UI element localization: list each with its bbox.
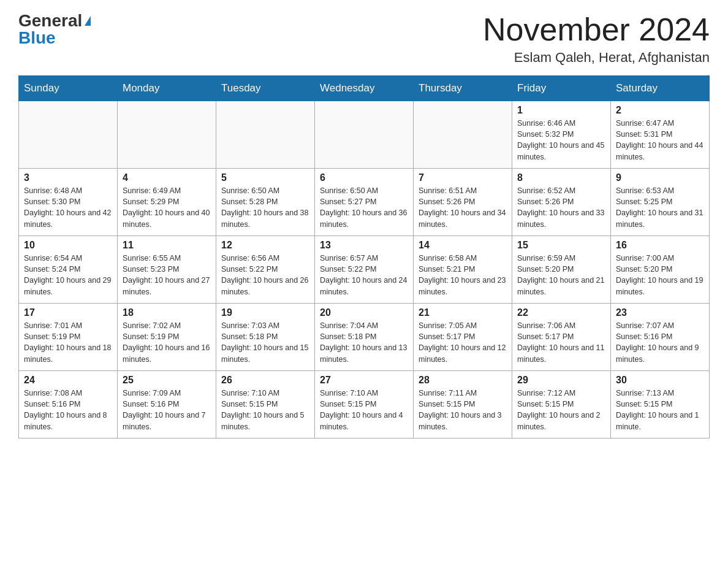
logo-triangle-icon	[85, 16, 91, 26]
day-info: Sunrise: 6:52 AMSunset: 5:26 PMDaylight:…	[517, 185, 605, 230]
day-info: Sunrise: 6:46 AMSunset: 5:32 PMDaylight:…	[517, 118, 605, 163]
day-info: Sunrise: 6:53 AMSunset: 5:25 PMDaylight:…	[616, 185, 704, 230]
week-row-4: 24Sunrise: 7:08 AMSunset: 5:16 PMDayligh…	[19, 371, 710, 439]
table-cell: 25Sunrise: 7:09 AMSunset: 5:16 PMDayligh…	[118, 371, 216, 439]
day-number: 20	[320, 307, 408, 318]
page-header: General Blue November 2024 Eslam Qaleh, …	[18, 12, 710, 66]
table-cell: 2Sunrise: 6:47 AMSunset: 5:31 PMDaylight…	[611, 101, 710, 169]
day-info: Sunrise: 7:10 AMSunset: 5:15 PMDaylight:…	[320, 388, 408, 432]
day-info: Sunrise: 7:09 AMSunset: 5:16 PMDaylight:…	[123, 388, 211, 432]
table-cell: 26Sunrise: 7:10 AMSunset: 5:15 PMDayligh…	[216, 371, 315, 439]
location-title: Eslam Qaleh, Herat, Afghanistan	[483, 50, 710, 66]
header-saturday: Saturday	[611, 76, 710, 101]
day-number: 4	[123, 172, 211, 183]
day-number: 12	[221, 240, 309, 251]
day-number: 17	[24, 307, 112, 318]
day-info: Sunrise: 7:03 AMSunset: 5:18 PMDaylight:…	[221, 320, 309, 365]
day-info: Sunrise: 6:49 AMSunset: 5:29 PMDaylight:…	[123, 185, 211, 230]
table-cell: 3Sunrise: 6:48 AMSunset: 5:30 PMDaylight…	[19, 169, 118, 236]
header-sunday: Sunday	[19, 76, 118, 101]
table-cell: 19Sunrise: 7:03 AMSunset: 5:18 PMDayligh…	[216, 304, 315, 371]
logo-general-text: General	[18, 12, 82, 29]
day-number: 8	[517, 172, 605, 183]
day-number: 19	[221, 307, 309, 318]
table-cell: 9Sunrise: 6:53 AMSunset: 5:25 PMDaylight…	[611, 169, 710, 236]
table-cell: 17Sunrise: 7:01 AMSunset: 5:19 PMDayligh…	[19, 304, 118, 371]
week-row-2: 10Sunrise: 6:54 AMSunset: 5:24 PMDayligh…	[19, 236, 710, 304]
day-info: Sunrise: 7:11 AMSunset: 5:15 PMDaylight:…	[419, 388, 507, 432]
table-cell	[414, 101, 512, 169]
table-cell: 6Sunrise: 6:50 AMSunset: 5:27 PMDaylight…	[315, 169, 414, 236]
day-number: 6	[320, 172, 408, 183]
day-number: 25	[123, 375, 211, 386]
day-info: Sunrise: 7:05 AMSunset: 5:17 PMDaylight:…	[419, 320, 507, 365]
day-number: 13	[320, 240, 408, 251]
table-cell: 22Sunrise: 7:06 AMSunset: 5:17 PMDayligh…	[512, 304, 611, 371]
day-number: 16	[616, 240, 704, 251]
day-number: 23	[616, 307, 704, 318]
weekday-header-row: Sunday Monday Tuesday Wednesday Thursday…	[19, 76, 710, 101]
day-number: 3	[24, 172, 112, 183]
day-number: 10	[24, 240, 112, 251]
logo-blue-text: Blue	[18, 29, 56, 47]
logo: General Blue	[18, 12, 91, 47]
table-cell: 27Sunrise: 7:10 AMSunset: 5:15 PMDayligh…	[315, 371, 414, 439]
day-number: 28	[419, 375, 507, 386]
day-info: Sunrise: 7:07 AMSunset: 5:16 PMDaylight:…	[616, 320, 704, 365]
month-title: November 2024	[483, 12, 710, 47]
day-number: 24	[24, 375, 112, 386]
day-info: Sunrise: 7:00 AMSunset: 5:20 PMDaylight:…	[616, 253, 704, 297]
day-number: 15	[517, 240, 605, 251]
day-number: 29	[517, 375, 605, 386]
table-cell: 5Sunrise: 6:50 AMSunset: 5:28 PMDaylight…	[216, 169, 315, 236]
day-info: Sunrise: 7:10 AMSunset: 5:15 PMDaylight:…	[221, 388, 309, 432]
header-friday: Friday	[512, 76, 611, 101]
table-cell: 11Sunrise: 6:55 AMSunset: 5:23 PMDayligh…	[118, 236, 216, 304]
day-info: Sunrise: 6:47 AMSunset: 5:31 PMDaylight:…	[616, 118, 704, 163]
day-info: Sunrise: 6:55 AMSunset: 5:23 PMDaylight:…	[123, 253, 211, 297]
week-row-0: 1Sunrise: 6:46 AMSunset: 5:32 PMDaylight…	[19, 101, 710, 169]
table-cell	[118, 101, 216, 169]
day-info: Sunrise: 7:08 AMSunset: 5:16 PMDaylight:…	[24, 388, 112, 432]
day-number: 7	[419, 172, 507, 183]
day-number: 21	[419, 307, 507, 318]
day-info: Sunrise: 6:50 AMSunset: 5:27 PMDaylight:…	[320, 185, 408, 230]
table-cell	[216, 101, 315, 169]
day-number: 5	[221, 172, 309, 183]
day-number: 14	[419, 240, 507, 251]
day-number: 30	[616, 375, 704, 386]
table-cell: 23Sunrise: 7:07 AMSunset: 5:16 PMDayligh…	[611, 304, 710, 371]
table-cell	[19, 101, 118, 169]
day-info: Sunrise: 6:48 AMSunset: 5:30 PMDaylight:…	[24, 185, 112, 230]
day-info: Sunrise: 7:13 AMSunset: 5:15 PMDaylight:…	[616, 388, 704, 432]
table-cell: 8Sunrise: 6:52 AMSunset: 5:26 PMDaylight…	[512, 169, 611, 236]
day-number: 11	[123, 240, 211, 251]
table-cell: 20Sunrise: 7:04 AMSunset: 5:18 PMDayligh…	[315, 304, 414, 371]
header-monday: Monday	[118, 76, 216, 101]
day-info: Sunrise: 7:02 AMSunset: 5:19 PMDaylight:…	[123, 320, 211, 365]
table-cell: 10Sunrise: 6:54 AMSunset: 5:24 PMDayligh…	[19, 236, 118, 304]
day-info: Sunrise: 6:58 AMSunset: 5:21 PMDaylight:…	[419, 253, 507, 297]
day-info: Sunrise: 7:06 AMSunset: 5:17 PMDaylight:…	[517, 320, 605, 365]
table-cell: 13Sunrise: 6:57 AMSunset: 5:22 PMDayligh…	[315, 236, 414, 304]
calendar-table: Sunday Monday Tuesday Wednesday Thursday…	[18, 75, 710, 439]
day-number: 9	[616, 172, 704, 183]
table-cell: 14Sunrise: 6:58 AMSunset: 5:21 PMDayligh…	[414, 236, 512, 304]
table-cell: 16Sunrise: 7:00 AMSunset: 5:20 PMDayligh…	[611, 236, 710, 304]
day-info: Sunrise: 6:57 AMSunset: 5:22 PMDaylight:…	[320, 253, 408, 297]
day-info: Sunrise: 7:01 AMSunset: 5:19 PMDaylight:…	[24, 320, 112, 365]
day-number: 18	[123, 307, 211, 318]
header-tuesday: Tuesday	[216, 76, 315, 101]
table-cell: 30Sunrise: 7:13 AMSunset: 5:15 PMDayligh…	[611, 371, 710, 439]
table-cell: 24Sunrise: 7:08 AMSunset: 5:16 PMDayligh…	[19, 371, 118, 439]
table-cell: 28Sunrise: 7:11 AMSunset: 5:15 PMDayligh…	[414, 371, 512, 439]
title-block: November 2024 Eslam Qaleh, Herat, Afghan…	[483, 12, 710, 66]
week-row-1: 3Sunrise: 6:48 AMSunset: 5:30 PMDaylight…	[19, 169, 710, 236]
header-wednesday: Wednesday	[315, 76, 414, 101]
day-info: Sunrise: 7:04 AMSunset: 5:18 PMDaylight:…	[320, 320, 408, 365]
table-cell: 4Sunrise: 6:49 AMSunset: 5:29 PMDaylight…	[118, 169, 216, 236]
table-cell: 7Sunrise: 6:51 AMSunset: 5:26 PMDaylight…	[414, 169, 512, 236]
day-info: Sunrise: 6:56 AMSunset: 5:22 PMDaylight:…	[221, 253, 309, 297]
day-info: Sunrise: 6:51 AMSunset: 5:26 PMDaylight:…	[419, 185, 507, 230]
table-cell: 29Sunrise: 7:12 AMSunset: 5:15 PMDayligh…	[512, 371, 611, 439]
